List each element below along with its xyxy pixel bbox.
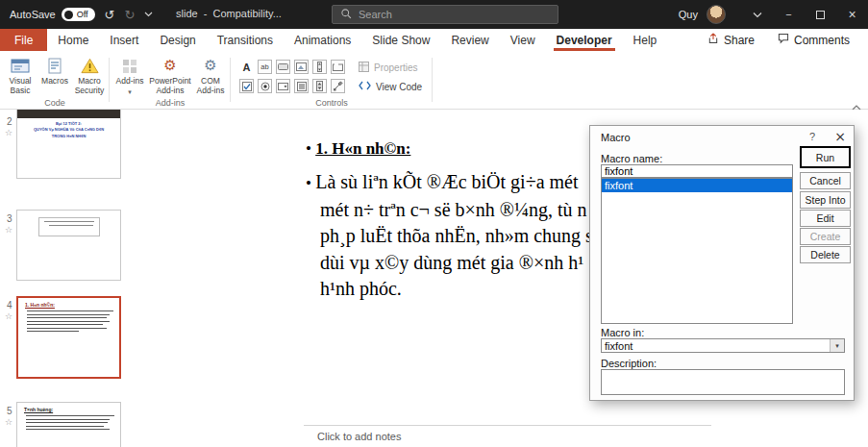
animation-star-icon: ☆ [5, 225, 12, 235]
label-control-icon[interactable]: A [239, 60, 254, 74]
slide-4-title: 1. H«n nh©n: [18, 298, 119, 310]
quick-access-toolbar-chevron-icon[interactable] [144, 12, 153, 17]
thumbnail-slide-4-selected[interactable]: 1. H«n nh©n: [16, 296, 121, 379]
slide-body-line: h¹nh phóc. [306, 276, 593, 303]
view-code-label: View Code [376, 82, 422, 92]
com-addins-gear-icon: ⚙ [204, 57, 216, 75]
dialog-help-icon[interactable]: ? [804, 131, 821, 142]
notes-placeholder[interactable]: Click to add notes [317, 431, 401, 442]
properties-button[interactable]: Properties [359, 62, 422, 74]
tab-help[interactable]: Help [623, 29, 668, 51]
scrollbar-control-icon[interactable] [312, 60, 327, 74]
tab-animations[interactable]: Animations [284, 29, 361, 51]
visual-basic-button[interactable]: Visual Basic [3, 53, 37, 96]
run-button[interactable]: Run [800, 146, 851, 168]
slide-2-number: 2 [7, 116, 12, 127]
tab-file[interactable]: File [0, 29, 47, 51]
image-control-icon[interactable] [294, 60, 309, 74]
more-controls-icon[interactable] [331, 79, 345, 93]
share-icon [707, 33, 719, 47]
tab-home[interactable]: Home [47, 29, 99, 51]
dialog-title: Macro [601, 132, 631, 143]
redo-icon[interactable]: ↻ [124, 8, 135, 22]
slide-body-line: Là sù liªn kÕt ®Æc biÖt gi÷a mét [306, 169, 593, 197]
addins-button[interactable]: Add-ins ▾ [112, 53, 147, 96]
slide-title-textbox[interactable]: 1. H«n nh©n: [306, 139, 410, 159]
tab-design[interactable]: Design [149, 29, 206, 51]
close-button[interactable]: × [836, 0, 868, 29]
macro-list-item-selected[interactable]: fixfont [602, 179, 792, 192]
thumbnail-slide-2[interactable]: Bµi 12 TIÕT 2: QUYÒN Vµ NGHÜA Vô CñA C¤N… [16, 110, 121, 179]
macro-in-label: Macro in: [601, 327, 644, 338]
ribbon-developer: Visual Basic Macros Macro Security Code [0, 51, 868, 110]
animation-star-icon: ☆ [5, 417, 12, 427]
ribbon-display-options-icon[interactable] [741, 0, 773, 29]
controls-group: A ab [231, 51, 433, 109]
slide-thumbnail-panel: 2 ☆ Bµi 12 TIÕT 2: QUYÒN Vµ NGHÜA Vô CñA… [0, 110, 128, 447]
delete-button[interactable]: Delete [800, 246, 851, 263]
share-label: Share [724, 34, 755, 47]
autosave-label: AutoSave [10, 9, 56, 20]
option-button-control-icon[interactable] [258, 79, 272, 93]
slide-3-textbox [38, 217, 100, 236]
macro-in-dropdown[interactable]: fixfont ▾ [601, 338, 845, 353]
bullet-marker [306, 139, 315, 158]
textbox-control-icon[interactable]: ab [258, 60, 272, 74]
cancel-button[interactable]: Cancel [800, 172, 851, 189]
user-name: Quy [679, 9, 698, 20]
document-title: slide - Compatibility... [176, 8, 282, 19]
autosave-state: Off [77, 10, 88, 19]
tab-transitions[interactable]: Transitions [207, 29, 284, 51]
comments-label: Comments [794, 34, 850, 47]
thumbnail-slide-3[interactable] [16, 210, 121, 281]
thumbnail-slide-5[interactable]: T×nh huèng: [16, 402, 121, 447]
slide-3-number: 3 [7, 213, 12, 224]
minimize-button[interactable]: − [773, 0, 805, 29]
slide-title-text: 1. H«n nh©n: [315, 139, 410, 158]
listbox-control-icon[interactable] [294, 79, 309, 93]
undo-icon[interactable]: ↺ [105, 8, 115, 22]
restore-icon [816, 11, 825, 19]
share-button[interactable]: Share [699, 31, 763, 49]
frame-control-icon[interactable] [331, 60, 345, 74]
macro-dialog: Macro ? × Macro name: fixfont Run Cancel… [589, 125, 855, 401]
comments-button[interactable]: Comments [769, 31, 858, 49]
checkbox-control-icon[interactable] [239, 79, 254, 93]
addins-label: Add-ins [116, 77, 144, 87]
powerpoint-addins-gear-icon: ⚙ [163, 57, 176, 75]
macro-list[interactable]: fixfont [601, 178, 793, 324]
description-input[interactable] [602, 370, 844, 394]
macro-security-button[interactable]: Macro Security [72, 53, 107, 96]
macros-button[interactable]: Macros [37, 53, 72, 96]
search-bar[interactable] [332, 5, 558, 24]
tab-view[interactable]: View [500, 29, 546, 51]
notes-pane-divider[interactable] [304, 425, 711, 426]
slide-2-picture [17, 110, 120, 118]
tab-developer[interactable]: Developer [546, 29, 623, 51]
restore-button[interactable] [805, 0, 836, 29]
autosave-toggle[interactable]: AutoSave Off [10, 8, 95, 21]
macro-name-input[interactable] [602, 165, 792, 177]
create-button[interactable]: Create [800, 228, 851, 245]
spin-button-control-icon[interactable] [312, 79, 327, 93]
tab-review[interactable]: Review [440, 29, 499, 51]
search-input[interactable] [359, 9, 550, 20]
step-into-button[interactable]: Step Into [800, 191, 851, 209]
user-avatar[interactable] [707, 5, 726, 24]
view-code-icon [359, 81, 371, 92]
slide-body-line: ph¸p luËt thõa nhËn, nh»m chung s [306, 223, 593, 250]
slide-5-number: 5 [7, 406, 12, 416]
command-button-control-icon[interactable] [276, 60, 290, 74]
dialog-close-icon[interactable]: × [831, 129, 850, 144]
tab-insert[interactable]: Insert [99, 29, 149, 51]
view-code-button[interactable]: View Code [359, 81, 422, 92]
description-field [601, 369, 845, 395]
edit-button[interactable]: Edit [800, 210, 851, 227]
combobox-control-icon[interactable] [276, 79, 290, 93]
tab-slide-show[interactable]: Slide Show [361, 29, 440, 51]
com-addins-button[interactable]: ⚙ COM Add-ins [193, 53, 228, 96]
slide-body-textbox[interactable]: Là sù liªn kÕt ®Æc biÖt gi÷a mét mét n÷ … [306, 169, 593, 303]
powerpoint-addins-button[interactable]: ⚙ PowerPoint Add-ins [147, 53, 193, 96]
code-group-label: Code [0, 98, 110, 108]
properties-label: Properties [374, 62, 418, 73]
